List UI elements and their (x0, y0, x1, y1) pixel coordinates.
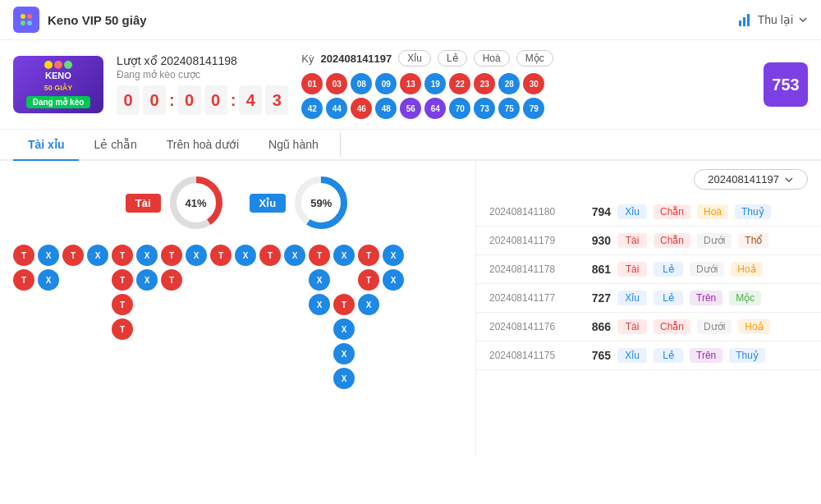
dot-cell (235, 269, 256, 291)
info-middle: Lượt xổ 202408141198 Đang mở kèo cược 0 … (117, 54, 288, 115)
info-right: Kỳ 202408141197 Xỉu Lẻ Hoà Mộc 010308091… (301, 50, 744, 119)
period-dropdown[interactable]: 202408141197 (694, 169, 808, 190)
hist-tag2: Lẻ (654, 262, 683, 277)
num-ball: 73 (474, 98, 495, 119)
dot-cell (186, 269, 207, 291)
hist-tag3: Trên (690, 348, 722, 363)
dot-cell (87, 294, 108, 315)
dot-cell (210, 318, 232, 340)
history-row: 202408141179 930 Tài Chẵn Dưới Thổ (476, 227, 821, 255)
dot-cell: T (13, 269, 34, 291)
dot-row: X (13, 343, 462, 364)
tab-ngu-hanh[interactable]: Ngũ hành (254, 130, 333, 161)
hist-tag4: Thuỷ (729, 348, 765, 363)
dot-cell: X (284, 245, 305, 266)
dot-cell (62, 269, 84, 291)
history-row: 202408141178 861 Tài Lẻ Dưới Hoả (476, 255, 821, 284)
history-row: 202408141177 727 Xỉu Lẻ Trên Mộc (476, 284, 821, 313)
tag-xiu[interactable]: Xỉu (398, 50, 431, 66)
dot-cell (284, 294, 305, 315)
ky-num: 202408141197 (321, 53, 392, 65)
dot-cell (136, 368, 158, 389)
main-body: Tài 41% Xỉu 59% (0, 161, 821, 456)
dot-cell: T (333, 294, 355, 315)
hist-tag2: Lẻ (654, 291, 683, 305)
svg-point-2 (21, 21, 25, 25)
hist-id: 202408141177 (489, 292, 571, 304)
dot-cell (38, 318, 59, 340)
dang-mo: Đang mở kèo cược (117, 69, 288, 80)
dot-cell: T (161, 245, 182, 266)
hist-tag3: Dưới (697, 319, 732, 334)
num-ball: 75 (498, 98, 520, 119)
hist-score: 861 (578, 263, 611, 276)
dot-cell (259, 368, 281, 389)
svg-rect-6 (747, 14, 750, 26)
num-ball: 03 (326, 73, 347, 94)
xiu-pie-item: Xỉu 59% (250, 174, 351, 231)
num-ball: 64 (424, 98, 446, 119)
dot-cell (309, 343, 330, 364)
badge-text: KENO 50 GIÂY (44, 71, 73, 92)
dot-cell (383, 343, 404, 364)
dot-cell (358, 318, 379, 340)
hist-tag1: Xỉu (617, 348, 647, 363)
dot-row: TXTX (13, 294, 462, 315)
info-row: KENO 50 GIÂY Đang mở kèo Lượt xổ 2024081… (0, 40, 821, 130)
dot-cell: T (112, 294, 133, 315)
dot-cell (136, 343, 158, 364)
tag-hoa[interactable]: Hoà (474, 50, 510, 66)
hist-tag3: Dưới (690, 262, 724, 277)
history-table: 202408141180 794 Xỉu Chẵn Hoà Thuỷ 20240… (476, 198, 821, 370)
xiu-label: Xỉu (250, 194, 287, 213)
hist-tag2: Chẵn (654, 204, 690, 219)
countdown-d3: 0 (178, 85, 201, 115)
dot-cell: T (112, 245, 133, 266)
hist-tag4: Mộc (729, 291, 761, 305)
dot-cell: T (259, 245, 281, 266)
dot-cell (62, 294, 84, 315)
hist-tag3: Trên (690, 291, 722, 305)
history-row: 202408141175 765 Xỉu Lẻ Trên Thuỷ (476, 341, 821, 370)
dot-cell (333, 269, 355, 291)
dot-cell (210, 368, 232, 389)
history-row: 202408141176 866 Tài Chẵn Dưới Hoả (476, 313, 821, 341)
dot-cell: X (383, 269, 404, 291)
hist-tag1: Xỉu (617, 204, 647, 219)
dot-cell (235, 318, 256, 340)
dot-cell (161, 343, 182, 364)
num-ball: 08 (351, 73, 372, 94)
dropdown-chevron-icon (784, 175, 794, 185)
hist-tag1: Xỉu (617, 291, 647, 305)
hist-score: 794 (578, 205, 611, 218)
dot-cell (112, 343, 133, 364)
keno-badge: KENO 50 GIÂY Đang mở kèo (13, 56, 103, 113)
thu-lai-button[interactable]: Thu lại (738, 12, 808, 27)
dot-cell (186, 318, 207, 340)
tab-tren-hoa-duoi[interactable]: Trên hoà dưới (152, 130, 254, 161)
hist-tag2: Chẵn (654, 233, 690, 248)
hist-id: 202408141175 (489, 350, 571, 361)
right-header: 202408141197 (476, 161, 821, 198)
tab-le-chan[interactable]: Lẻ chẵn (79, 130, 151, 161)
dot-row: TXTXTXTX (13, 269, 462, 291)
dot-cell (235, 294, 256, 315)
num-ball: 46 (351, 98, 372, 119)
dot-cell: X (333, 368, 355, 389)
num-ball: 13 (400, 73, 421, 94)
pie-row: Tài 41% Xỉu 59% (13, 174, 462, 231)
hist-tag1: Tài (617, 262, 647, 277)
dot-cell (62, 368, 84, 389)
dot-cell: T (13, 245, 34, 266)
dot-cell (383, 294, 404, 315)
tab-tai-xiu[interactable]: Tài xỉu (13, 130, 79, 161)
tag-le[interactable]: Lẻ (438, 50, 467, 66)
badge-btn: Đang mở kèo (26, 96, 91, 108)
dot-cell: X (136, 245, 158, 266)
num-ball: 09 (375, 73, 397, 94)
num-ball: 42 (301, 98, 323, 119)
dot-cell (284, 269, 305, 291)
dot-cell (87, 343, 108, 364)
dot-cell (62, 318, 84, 340)
tag-moc[interactable]: Mộc (516, 50, 553, 66)
